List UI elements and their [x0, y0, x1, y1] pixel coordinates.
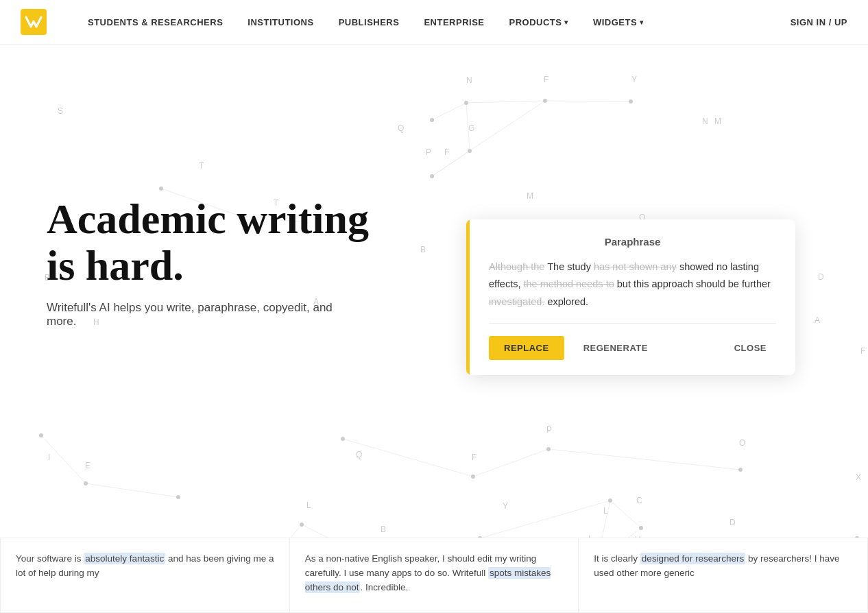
svg-point-35 — [176, 495, 180, 499]
scatter-letter: M — [527, 191, 533, 201]
scatter-letter: O — [739, 438, 745, 448]
nav-products[interactable]: PRODUCTS ▾ — [509, 17, 568, 27]
original-text-strike4: investigated. — [489, 296, 544, 307]
card-actions: REPLACE REGENERATE CLOSE — [489, 336, 776, 360]
hero-section: Academic writing is hard. Writefull's AI… — [47, 195, 403, 328]
svg-point-40 — [300, 522, 304, 527]
scatter-letter: T — [199, 161, 204, 171]
testimonial-1: Your software is absolutely fantastic an… — [0, 538, 289, 613]
svg-line-6 — [470, 101, 545, 151]
replace-button[interactable]: REPLACE — [489, 336, 564, 360]
testimonial-3-highlight: designed for researchers — [640, 553, 745, 564]
svg-line-13 — [473, 449, 548, 477]
svg-line-11 — [86, 483, 178, 497]
svg-point-30 — [430, 174, 434, 178]
nav-students[interactable]: STUDENTS & RESEARCHERS — [88, 17, 223, 27]
card-body-text: Although the The study has not shown any… — [489, 259, 776, 311]
svg-point-29 — [468, 149, 472, 153]
svg-line-18 — [480, 501, 610, 538]
scatter-letter: I — [48, 453, 50, 462]
scatter-letter: D — [818, 272, 824, 282]
nav-institutions[interactable]: INSTITUTIONS — [248, 17, 313, 27]
close-button[interactable]: CLOSE — [725, 336, 776, 360]
nav-links: STUDENTS & RESEARCHERS INSTITUTIONS PUBL… — [88, 17, 791, 27]
scatter-letter: P — [546, 425, 552, 435]
scatter-letter: A — [815, 315, 820, 325]
card-divider — [489, 323, 776, 324]
nav-widgets-label: WIDGETS — [593, 17, 637, 27]
scatter-letter: B — [420, 245, 426, 254]
scatter-letter: Q — [398, 123, 404, 133]
scatter-letter: Y — [503, 501, 508, 511]
hero-subtitle: Writefull's AI helps you write, paraphra… — [47, 301, 362, 328]
scatter-letter: F — [472, 453, 477, 462]
nav-publishers[interactable]: PUBLISHERS — [339, 17, 400, 27]
paraphrase-card: Paraphrase Although the The study has no… — [466, 219, 795, 375]
scatter-letter: F — [544, 75, 548, 84]
scatter-letter: X — [856, 472, 861, 482]
main-content: SNFYQGNMPFTTMQBBAHDAFIEQFPOXLYBSLCIUDMBD… — [0, 45, 868, 613]
scatter-letter: G — [468, 123, 474, 133]
testimonial-2-after: . Incredible. — [360, 582, 408, 592]
regenerate-button[interactable]: REGENERATE — [574, 336, 658, 360]
svg-point-34 — [84, 481, 88, 485]
products-chevron-icon: ▾ — [564, 19, 568, 26]
svg-point-28 — [629, 99, 633, 104]
scatter-letter: P — [426, 147, 431, 157]
svg-point-38 — [546, 447, 551, 451]
original-text-strike1: Although the — [489, 261, 544, 272]
svg-point-25 — [430, 118, 434, 122]
scatter-letter: Q — [356, 450, 362, 459]
svg-line-1 — [432, 103, 466, 120]
scatter-letter: F — [860, 346, 865, 356]
testimonial-2: As a non-native English speaker, I shoul… — [289, 538, 579, 613]
scatter-letter: N — [702, 117, 708, 126]
svg-line-3 — [545, 101, 631, 101]
nav-enterprise[interactable]: ENTERPRISE — [424, 17, 484, 27]
scatter-letter: L — [306, 501, 311, 510]
navigation: STUDENTS & RESEARCHERS INSTITUTIONS PUBL… — [0, 0, 868, 45]
svg-point-44 — [608, 498, 612, 503]
scatter-letter: N — [466, 75, 472, 85]
card-title: Paraphrase — [489, 236, 776, 248]
testimonial-1-highlight: absolutely fantastic — [84, 553, 165, 564]
logo[interactable] — [21, 9, 47, 35]
replacement-text-explored: explored. — [547, 296, 588, 307]
original-text-strike3: the method needs to — [524, 278, 614, 289]
scatter-letter: F — [444, 147, 449, 157]
widgets-chevron-icon: ▾ — [640, 19, 644, 26]
scatter-letter: L — [603, 506, 608, 516]
scatter-letter: S — [58, 106, 63, 116]
testimonial-3: It is clearly designed for researchers b… — [578, 538, 868, 613]
svg-point-31 — [159, 187, 163, 191]
card-accent-bar — [466, 219, 470, 375]
svg-point-45 — [639, 526, 643, 530]
svg-line-14 — [548, 449, 740, 470]
scatter-letter: C — [636, 496, 642, 505]
signin-button[interactable]: SIGN IN / UP — [791, 17, 847, 27]
svg-point-33 — [39, 433, 43, 437]
testimonial-1-before: Your software is — [16, 553, 84, 564]
scatter-letter: B — [381, 525, 386, 534]
svg-point-37 — [471, 474, 475, 479]
scatter-letter: D — [730, 518, 736, 527]
svg-point-26 — [464, 101, 468, 105]
svg-line-12 — [343, 439, 473, 477]
svg-line-2 — [466, 101, 545, 103]
testimonial-3-before: It is clearly — [594, 553, 640, 564]
original-text-strike2: has not shown any — [594, 261, 677, 272]
replacement-text-study: The study — [547, 261, 594, 272]
scatter-letter: E — [85, 461, 91, 470]
nav-products-label: PRODUCTS — [509, 17, 562, 27]
svg-point-36 — [341, 437, 345, 441]
scatter-letter: M — [714, 117, 721, 126]
replacement-text-approach: but this approach should be further — [617, 278, 771, 289]
svg-point-39 — [738, 468, 743, 472]
svg-line-7 — [432, 151, 470, 176]
svg-point-27 — [543, 99, 547, 103]
testimonials-section: Your software is absolutely fantastic an… — [0, 538, 868, 613]
nav-widgets[interactable]: WIDGETS ▾ — [593, 17, 644, 27]
scatter-letter: Y — [631, 75, 637, 84]
hero-title: Academic writing is hard. — [47, 195, 403, 289]
